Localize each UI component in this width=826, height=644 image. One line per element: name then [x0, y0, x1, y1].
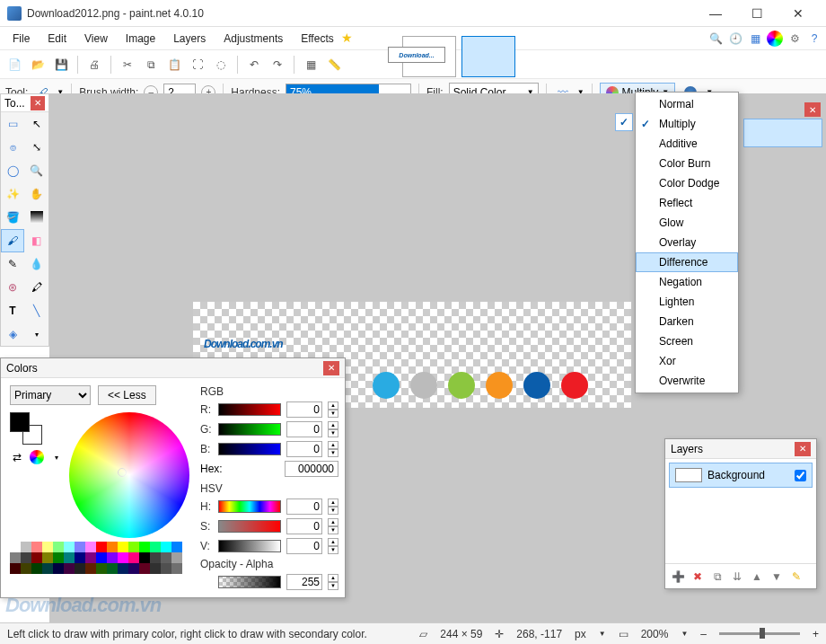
b-input[interactable] [286, 441, 322, 457]
menu-effects[interactable]: Effects [292, 29, 342, 49]
add-layer-icon[interactable]: ➕ [671, 569, 685, 584]
zoom-dropdown[interactable]: ▼ [681, 630, 688, 638]
palette-swatch[interactable] [75, 563, 85, 574]
palette-swatch[interactable] [150, 542, 161, 552]
crop-icon[interactable]: ⛶ [189, 56, 206, 74]
palette-swatch[interactable] [118, 563, 128, 574]
blend-item-negation[interactable]: Negation [636, 272, 738, 292]
palette-swatch[interactable] [107, 552, 118, 563]
b-up[interactable]: ▲ [328, 441, 338, 449]
zoom-value[interactable]: 200% [641, 628, 669, 640]
opacity-slider[interactable] [218, 576, 281, 588]
palette-swatch[interactable] [150, 552, 161, 563]
close-button[interactable]: ✕ [778, 0, 819, 27]
recolor-tool[interactable]: 🖍 [25, 276, 48, 299]
color-wheel[interactable] [69, 412, 189, 538]
palette-swatch[interactable] [42, 563, 53, 574]
settings-icon[interactable]: ⚙ [786, 31, 803, 47]
menu-file[interactable]: File [4, 29, 39, 49]
blend-item-normal[interactable]: Normal [636, 94, 738, 114]
blend-item-lighten[interactable]: Lighten [636, 292, 738, 312]
palette-swatch[interactable] [31, 552, 42, 563]
g-down[interactable]: ▼ [328, 429, 338, 437]
palette-swatch[interactable] [10, 542, 21, 552]
zoom-tool[interactable]: 🔍 [25, 159, 48, 182]
palette-swatch[interactable] [171, 542, 182, 552]
wheel-marker[interactable] [118, 468, 127, 477]
menu-adjustments[interactable]: Adjustments [215, 29, 292, 49]
blend-item-screen[interactable]: Screen [636, 331, 738, 351]
unit-dropdown[interactable]: ▼ [599, 630, 606, 638]
palette-swatch[interactable] [96, 542, 107, 552]
v-input[interactable] [286, 538, 322, 554]
palette-swatch[interactable] [42, 542, 53, 552]
blend-item-reflect[interactable]: Reflect [636, 193, 738, 213]
unit-label[interactable]: px [575, 628, 586, 640]
blend-item-difference[interactable]: Difference [636, 252, 738, 272]
palette-swatch[interactable] [150, 563, 161, 574]
move-down-icon[interactable]: ▼ [769, 569, 784, 584]
menu-layers[interactable]: Layers [164, 29, 215, 49]
palette-swatch[interactable] [21, 552, 31, 563]
redo-icon[interactable]: ↷ [268, 56, 286, 74]
blend-item-overlay[interactable]: Overlay [636, 233, 738, 252]
palette-swatch[interactable] [53, 563, 64, 574]
palette-swatch[interactable] [64, 552, 75, 563]
colors-window-icon[interactable] [767, 31, 783, 47]
history-panel-close[interactable]: ✕ [804, 102, 821, 117]
palette-swatch[interactable] [31, 563, 42, 574]
blend-item-glow[interactable]: Glow [636, 213, 738, 233]
palette-swatch[interactable] [128, 563, 139, 574]
menu-edit[interactable]: Edit [39, 29, 75, 49]
tools-window-icon[interactable]: 🔍 [707, 31, 724, 47]
history-panel-strip[interactable] [743, 119, 822, 147]
s-input[interactable] [286, 518, 322, 534]
gradient-tool[interactable] [25, 206, 48, 229]
palette-swatch[interactable] [139, 552, 150, 563]
h-slider[interactable] [218, 500, 281, 513]
undo-icon[interactable]: ↶ [245, 56, 263, 74]
palette-swatch[interactable] [64, 563, 75, 574]
palette-swatch[interactable] [85, 542, 96, 552]
print-icon[interactable]: 🖨 [85, 56, 103, 74]
color-picker-tool[interactable]: 💧 [25, 252, 48, 276]
zoom-out-icon[interactable]: ▭ [619, 628, 628, 640]
lasso-select-tool[interactable]: ⌾ [1, 136, 24, 159]
thumbnail-2[interactable] [461, 36, 515, 77]
move-selected-tool[interactable]: ↖ [25, 112, 48, 136]
palette-swatch[interactable] [21, 563, 31, 574]
palette-swatch[interactable] [53, 552, 64, 563]
help-icon[interactable]: ? [806, 31, 822, 47]
palette-swatch[interactable] [171, 552, 182, 563]
blend-item-color-dodge[interactable]: Color Dodge [636, 173, 738, 193]
layer-row[interactable]: Background [669, 463, 813, 488]
palette-swatch[interactable] [96, 563, 107, 574]
zoom-minus[interactable]: – [700, 628, 707, 640]
layers-panel-close[interactable]: ✕ [795, 442, 811, 456]
less-button[interactable]: << Less [98, 385, 156, 405]
palette-icon[interactable] [30, 450, 44, 464]
ellipse-select-tool[interactable]: ◯ [1, 159, 24, 182]
r-down[interactable]: ▼ [328, 410, 338, 418]
menu-image[interactable]: Image [117, 29, 164, 49]
pencil-tool[interactable]: ✎ [1, 252, 24, 276]
grid-icon[interactable]: ▦ [302, 56, 320, 74]
zoom-plus[interactable]: + [813, 628, 819, 640]
move-up-icon[interactable]: ▲ [750, 569, 764, 584]
minimize-button[interactable]: — [695, 0, 736, 27]
palette-swatch[interactable] [96, 552, 107, 563]
color-mode-select[interactable]: Primary [10, 385, 91, 405]
opacity-input[interactable] [286, 574, 322, 590]
layer-properties-icon[interactable]: ✎ [789, 569, 804, 584]
palette-swatch[interactable] [171, 563, 182, 574]
delete-layer-icon[interactable]: ✖ [690, 569, 705, 584]
palette-swatch[interactable] [161, 552, 171, 563]
palette-swatch[interactable] [75, 542, 85, 552]
thumbnail-preview[interactable]: Download... [388, 47, 445, 63]
ruler-icon[interactable]: 📏 [325, 56, 343, 74]
v-slider[interactable] [218, 540, 281, 552]
deselect-icon[interactable]: ◌ [212, 56, 230, 74]
open-icon[interactable]: 📂 [29, 56, 47, 74]
magic-wand-tool[interactable]: ✨ [1, 182, 24, 206]
palette-swatch[interactable] [85, 563, 96, 574]
